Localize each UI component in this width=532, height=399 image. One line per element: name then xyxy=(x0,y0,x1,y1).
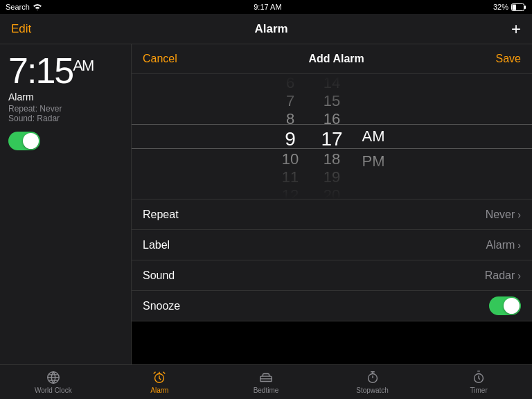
sound-row[interactable]: Sound Radar › xyxy=(132,260,532,291)
add-alarm-panel: Cancel Add Alarm Save 6 7 8 9 10 11 12 xyxy=(132,44,532,364)
alarm-repeat: Repeat: Never xyxy=(8,104,123,114)
cancel-button[interactable]: Cancel xyxy=(143,53,177,65)
search-text: Search xyxy=(6,3,30,11)
repeat-value-container: Never › xyxy=(486,209,521,221)
add-alarm-button[interactable]: + xyxy=(511,21,521,37)
ampm-item-am: AM xyxy=(355,124,393,149)
tab-bar: World Clock Alarm Bedtime Stopwatch xyxy=(0,364,532,399)
snooze-row[interactable]: Snooze xyxy=(132,291,532,321)
sound-chevron: › xyxy=(517,270,521,281)
battery-percent: 32% xyxy=(493,3,508,11)
hour-item: 8 xyxy=(269,110,311,128)
sound-value-container: Radar › xyxy=(485,269,521,282)
globe-icon xyxy=(46,370,61,385)
hour-item: 12 xyxy=(269,186,311,199)
label-value: Alarm xyxy=(486,239,515,251)
label-value-container: Alarm › xyxy=(486,239,521,251)
battery-icon xyxy=(511,3,526,11)
minute-item: 20 xyxy=(311,186,353,199)
snooze-toggle-knob xyxy=(504,298,520,314)
tab-bedtime-label: Bedtime xyxy=(254,387,279,394)
alarm-list-panel: 7:15AM Alarm Repeat: Never Sound: Radar xyxy=(0,44,132,364)
nav-bar: Edit Alarm + xyxy=(0,14,532,44)
sound-value: Radar xyxy=(485,269,515,282)
tab-stopwatch-label: Stopwatch xyxy=(356,387,389,394)
status-time: 9:17 AM xyxy=(254,3,281,11)
snooze-toggle[interactable] xyxy=(489,296,521,315)
settings-list: Repeat Never › Label Alarm › Sound Radar… xyxy=(132,199,532,321)
minute-item: 14 xyxy=(311,74,353,92)
alarm-hour: 7 xyxy=(8,51,27,91)
tab-alarm[interactable]: Alarm xyxy=(107,370,213,394)
hour-item: 10 xyxy=(269,150,311,168)
tab-bedtime[interactable]: Bedtime xyxy=(213,370,319,394)
minute-item: 18 xyxy=(311,150,353,168)
minute-column[interactable]: 14 15 16 17 18 19 20 xyxy=(311,74,353,199)
ampm-column[interactable]: AM PM xyxy=(353,74,394,199)
stopwatch-icon xyxy=(365,370,380,385)
label-row[interactable]: Label Alarm › xyxy=(132,230,532,260)
repeat-label: Repeat xyxy=(143,209,179,221)
minute-item: 16 xyxy=(311,110,353,128)
picker-columns: 6 7 8 9 10 11 12 14 15 16 17 18 19 20 xyxy=(132,74,532,199)
toggle-knob xyxy=(23,133,39,149)
time-picker[interactable]: 6 7 8 9 10 11 12 14 15 16 17 18 19 20 xyxy=(132,74,532,199)
hour-column[interactable]: 6 7 8 9 10 11 12 xyxy=(269,74,311,199)
hour-item: 7 xyxy=(269,92,311,110)
tab-timer-label: Timer xyxy=(470,387,488,394)
repeat-value: Never xyxy=(486,209,515,221)
edit-button[interactable]: Edit xyxy=(11,22,31,36)
svg-rect-1 xyxy=(524,6,526,9)
bed-icon xyxy=(258,370,274,385)
status-bar: Search 9:17 AM 32% xyxy=(0,0,532,14)
alarm-ampm: AM xyxy=(73,57,93,74)
tab-stopwatch[interactable]: Stopwatch xyxy=(319,370,426,394)
tab-timer[interactable]: Timer xyxy=(425,370,532,394)
label-chevron: › xyxy=(517,240,521,251)
repeat-row[interactable]: Repeat Never › xyxy=(132,200,532,230)
alarm-icon xyxy=(152,370,167,385)
repeat-chevron: › xyxy=(517,209,521,220)
tab-alarm-label: Alarm xyxy=(150,387,168,394)
save-button[interactable]: Save xyxy=(496,53,521,65)
timer-icon xyxy=(471,370,486,385)
alarm-minute: 15 xyxy=(35,51,73,91)
ampm-item-pm: PM xyxy=(355,149,393,174)
main-content: 7:15AM Alarm Repeat: Never Sound: Radar … xyxy=(0,44,532,364)
alarm-label: Alarm xyxy=(8,91,123,103)
alarm-sound: Sound: Radar xyxy=(8,114,123,123)
add-alarm-title: Add Alarm xyxy=(309,53,364,65)
alarm-toggle-container[interactable] xyxy=(8,132,123,150)
tab-world-clock[interactable]: World Clock xyxy=(0,370,107,394)
nav-title: Alarm xyxy=(255,22,288,36)
hour-item-selected: 9 xyxy=(269,128,311,150)
alarm-time-display: 7:15AM xyxy=(8,53,123,89)
alarm-toggle[interactable] xyxy=(8,132,40,150)
minute-item: 15 xyxy=(311,92,353,110)
snooze-label: Snooze xyxy=(143,300,180,312)
label-label: Label xyxy=(143,239,170,251)
status-right: 32% xyxy=(493,3,526,11)
sound-label: Sound xyxy=(143,269,175,282)
add-alarm-header: Cancel Add Alarm Save xyxy=(132,44,532,74)
tab-world-clock-label: World Clock xyxy=(35,387,72,394)
hour-item: 6 xyxy=(269,74,311,92)
hour-item: 11 xyxy=(269,168,311,186)
wifi-icon xyxy=(33,3,42,10)
svg-rect-2 xyxy=(513,4,517,10)
minute-item: 19 xyxy=(311,168,353,186)
status-left: Search xyxy=(6,3,42,11)
minute-item-selected: 17 xyxy=(311,128,353,150)
